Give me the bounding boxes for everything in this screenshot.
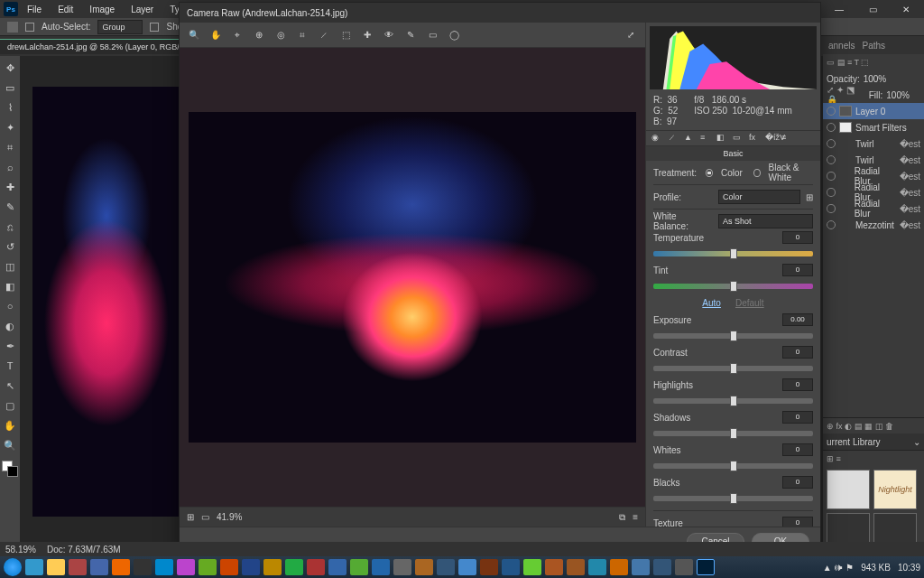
taskbar-app[interactable] <box>90 559 108 575</box>
lib-thumb[interactable] <box>827 470 870 509</box>
color-swatch[interactable] <box>2 461 18 477</box>
taskbar-app[interactable] <box>545 559 563 575</box>
before-after-icon[interactable]: ⧉ <box>619 512 625 523</box>
taskbar-ie[interactable] <box>25 559 43 575</box>
marquee-tool[interactable]: ▭ <box>2 79 18 96</box>
tray-icons[interactable]: ▲ 🕪 ⚑ <box>823 563 854 573</box>
taskbar-app[interactable] <box>393 559 411 575</box>
spot-icon[interactable]: ✚ <box>360 28 374 42</box>
filter-row[interactable]: Mezzotint �est <box>823 217 924 233</box>
taskbar-app[interactable] <box>653 559 671 575</box>
taskbar-app[interactable] <box>177 559 195 575</box>
type-tool[interactable]: T <box>2 358 18 374</box>
color-radio-label[interactable]: Color <box>721 168 743 178</box>
taskbar-app[interactable] <box>567 559 585 575</box>
taskbar-app[interactable] <box>220 559 238 575</box>
hsl-tab-icon[interactable]: ≡ <box>700 133 711 144</box>
gradient-tool[interactable]: ◧ <box>2 278 18 294</box>
lens-tab-icon[interactable]: ▭ <box>733 133 744 144</box>
preset-tab-icon[interactable]: ≡ <box>781 133 792 144</box>
zoom-tool[interactable]: 🔍 <box>2 437 18 453</box>
lasso-tool[interactable]: ⌇ <box>2 99 18 116</box>
curve-tab-icon[interactable]: ⟋ <box>668 133 679 144</box>
default-link[interactable]: Default <box>735 298 764 308</box>
opacity-value[interactable]: 100% <box>864 74 900 84</box>
gradient-icon[interactable]: ▭ <box>425 28 439 42</box>
filter-options-icon[interactable]: �est <box>900 139 920 149</box>
taskbar-app[interactable] <box>307 559 325 575</box>
auto-select-checkbox[interactable] <box>25 23 34 32</box>
target-adjust-icon[interactable]: ◎ <box>273 28 288 42</box>
auto-link[interactable]: Auto <box>702 298 721 308</box>
highlights-value[interactable]: 0 <box>782 378 813 391</box>
exposure-slider[interactable] <box>653 333 813 339</box>
single-icon[interactable]: ▭ <box>201 512 209 522</box>
fx-tab-icon[interactable]: fx <box>749 133 760 144</box>
wb-dropdown[interactable]: As Shot <box>718 214 813 228</box>
whites-slider[interactable] <box>653 463 813 469</box>
stamp-tool[interactable]: ⎌ <box>2 219 18 235</box>
shadows-slider[interactable] <box>653 431 813 436</box>
crop-tool[interactable]: ⌗ <box>2 139 18 155</box>
profile-grid-icon[interactable]: ⊞ <box>806 192 813 202</box>
dodge-tool[interactable]: ◐ <box>2 318 18 334</box>
tint-value[interactable]: 0 <box>782 264 813 276</box>
blacks-value[interactable]: 0 <box>782 476 813 489</box>
grid-icon[interactable]: ⊞ <box>187 512 194 522</box>
hand-tool[interactable]: ✋ <box>2 417 18 434</box>
filter-options-icon[interactable]: �est <box>900 220 920 230</box>
path-tool[interactable]: ↖ <box>2 378 18 394</box>
heal-tool[interactable]: ✚ <box>2 179 18 195</box>
library-dropdown[interactable]: urrent Library <box>827 437 880 447</box>
min-icon[interactable]: — <box>827 3 851 16</box>
taskbar-app[interactable] <box>458 559 476 575</box>
bw-radio[interactable] <box>753 169 761 177</box>
filter-row[interactable]: Radial Blur �est <box>823 200 924 217</box>
taskbar-photoshop[interactable] <box>697 559 715 575</box>
visibility-icon[interactable] <box>827 123 836 132</box>
filter-options-icon[interactable]: �est <box>900 188 920 198</box>
temperature-value[interactable]: 0 <box>782 231 813 244</box>
taskbar-app[interactable] <box>112 559 130 575</box>
taskbar-app[interactable] <box>502 559 520 575</box>
move-tool[interactable]: ✥ <box>2 60 18 76</box>
taskbar-app[interactable] <box>437 559 455 575</box>
pen-tool[interactable]: ✒ <box>2 338 18 354</box>
wand-tool[interactable]: ✦ <box>2 119 18 135</box>
fill-value[interactable]: 100% <box>886 90 920 100</box>
hand-icon[interactable]: ✋ <box>208 28 223 42</box>
radial-icon[interactable]: ◯ <box>447 28 461 42</box>
preview-zoom[interactable]: 41.9% <box>217 512 242 522</box>
eyedropper-tool[interactable]: ⌕ <box>2 159 18 175</box>
basic-tab-icon[interactable]: ◉ <box>651 133 662 144</box>
channels-tab[interactable]: annels <box>828 41 855 51</box>
taskbar-app[interactable] <box>242 559 260 575</box>
restore-icon[interactable]: ▭ <box>862 3 884 16</box>
compare-icon[interactable]: ≡ <box>633 512 638 522</box>
exposure-value[interactable]: 0.00 <box>782 313 813 326</box>
filter-options-icon[interactable]: �est <box>900 155 920 165</box>
cal-tab-icon[interactable]: �ížV <box>765 133 776 144</box>
menu-edit[interactable]: Edit <box>51 3 80 16</box>
profile-dropdown[interactable]: Color <box>718 190 800 204</box>
taskbar-app[interactable] <box>675 559 693 575</box>
taskbar-app[interactable] <box>523 559 541 575</box>
close-icon[interactable]: ✕ <box>895 3 917 16</box>
taskbar-app[interactable] <box>480 559 498 575</box>
visibility-icon[interactable] <box>827 188 836 197</box>
brush-icon[interactable]: ✎ <box>403 28 418 42</box>
menu-layer[interactable]: Layer <box>124 3 161 16</box>
taskbar-app[interactable] <box>134 559 152 575</box>
taskbar-app[interactable] <box>632 559 650 575</box>
straighten-icon[interactable]: ⟋ <box>317 28 331 42</box>
show-transform-checkbox[interactable] <box>150 23 159 32</box>
transform-icon[interactable]: ⬚ <box>338 28 353 42</box>
start-button[interactable] <box>4 558 22 576</box>
lib-thumb-nightlight[interactable]: Nightlight <box>873 470 917 509</box>
tint-slider[interactable] <box>653 284 813 289</box>
eraser-tool[interactable]: ◫ <box>2 258 18 275</box>
temperature-slider[interactable] <box>653 251 813 256</box>
brush-tool[interactable]: ✎ <box>2 199 18 215</box>
taskbar-app[interactable] <box>372 559 390 575</box>
fullscreen-icon[interactable]: ⤢ <box>624 28 638 42</box>
